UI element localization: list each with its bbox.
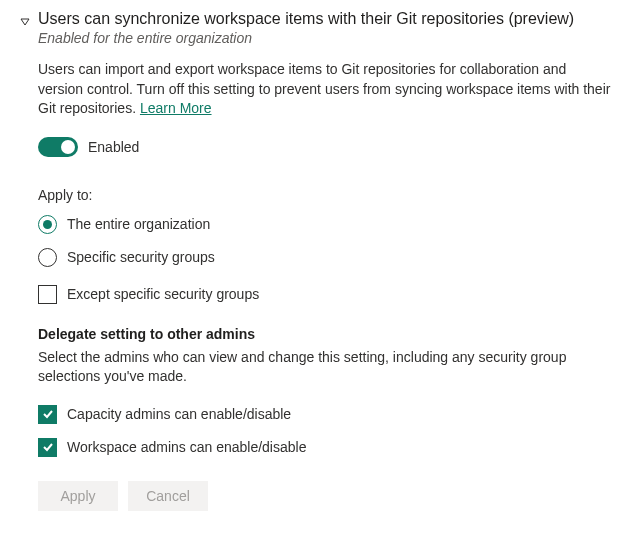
delegate-header: Delegate setting to other admins xyxy=(38,326,611,342)
toggle-state-label: Enabled xyxy=(88,139,139,155)
apply-button[interactable]: Apply xyxy=(38,481,118,511)
learn-more-link[interactable]: Learn More xyxy=(140,100,212,116)
checkbox-except-groups[interactable] xyxy=(38,285,57,304)
enabled-toggle-row: Enabled xyxy=(38,137,611,157)
setting-description: Users can import and export workspace it… xyxy=(38,60,611,119)
setting-subtitle: Enabled for the entire organization xyxy=(38,30,611,46)
apply-to-entire-org-row: The entire organization xyxy=(38,215,611,234)
collapse-icon[interactable] xyxy=(20,14,30,30)
workspace-admins-label: Workspace admins can enable/disable xyxy=(67,439,306,455)
setting-block: Users can synchronize workspace items wi… xyxy=(20,10,611,511)
capacity-admins-row: Capacity admins can enable/disable xyxy=(38,405,611,424)
apply-to-security-groups-row: Specific security groups xyxy=(38,248,611,267)
except-groups-label: Except specific security groups xyxy=(67,286,259,302)
button-row: Apply Cancel xyxy=(38,481,611,511)
capacity-admins-label: Capacity admins can enable/disable xyxy=(67,406,291,422)
apply-to-label: Apply to: xyxy=(38,187,611,203)
description-text: Users can import and export workspace it… xyxy=(38,61,610,116)
delegate-description: Select the admins who can view and chang… xyxy=(38,348,611,387)
toggle-knob-icon xyxy=(61,140,75,154)
radio-security-groups[interactable] xyxy=(38,248,57,267)
radio-entire-org[interactable] xyxy=(38,215,57,234)
checkbox-capacity-admins[interactable] xyxy=(38,405,57,424)
setting-title: Users can synchronize workspace items wi… xyxy=(38,10,611,28)
checkbox-workspace-admins[interactable] xyxy=(38,438,57,457)
enabled-toggle[interactable] xyxy=(38,137,78,157)
radio-security-groups-label: Specific security groups xyxy=(67,249,215,265)
except-groups-row: Except specific security groups xyxy=(38,285,611,304)
cancel-button[interactable]: Cancel xyxy=(128,481,208,511)
setting-content: Users can synchronize workspace items wi… xyxy=(38,10,611,511)
workspace-admins-row: Workspace admins can enable/disable xyxy=(38,438,611,457)
radio-entire-org-label: The entire organization xyxy=(67,216,210,232)
